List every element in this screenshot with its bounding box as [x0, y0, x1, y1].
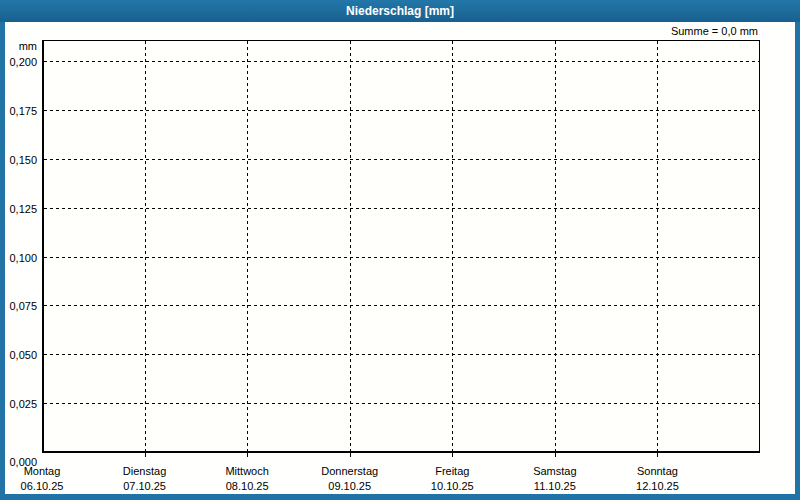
- y-tick-label: 0,200: [0, 56, 37, 68]
- x-tick-mark: [452, 453, 453, 457]
- h-gridline: [44, 208, 759, 209]
- h-gridline: [44, 61, 759, 62]
- y-axis-unit-label: mm: [0, 40, 37, 52]
- chart-window: Niederschlag [mm] Summe = 0,0 mm mm 0,00…: [0, 0, 800, 500]
- window-frame-right: [795, 22, 800, 500]
- window-frame-bottom: [0, 494, 800, 500]
- x-tick-mark: [247, 453, 248, 457]
- x-day-label: Montag: [24, 465, 61, 477]
- x-day-label: Samstag: [533, 465, 576, 477]
- y-tick-label: 0,050: [0, 349, 37, 361]
- y-tick-label: 0,075: [0, 300, 37, 312]
- v-gridline: [555, 41, 556, 451]
- v-gridline: [145, 41, 146, 451]
- x-day-label: Dienstag: [123, 465, 166, 477]
- plot-area: [42, 40, 760, 453]
- x-tick-mark: [145, 453, 146, 457]
- x-date-label: 06.10.25: [21, 480, 64, 492]
- x-tick-mark: [555, 453, 556, 457]
- y-tick-label: 0,125: [0, 203, 37, 215]
- h-gridline: [44, 257, 759, 258]
- window-titlebar: Niederschlag [mm]: [0, 0, 800, 22]
- x-day-label: Sonntag: [637, 465, 678, 477]
- window-title: Niederschlag [mm]: [0, 0, 800, 22]
- v-gridline: [657, 41, 658, 451]
- x-date-label: 11.10.25: [534, 480, 576, 492]
- x-date-label: 09.10.25: [328, 480, 371, 492]
- x-tick-mark: [657, 453, 658, 457]
- y-tick-label: 0,100: [0, 252, 37, 264]
- h-gridline: [44, 159, 759, 160]
- x-day-label: Donnerstag: [321, 465, 378, 477]
- y-tick-label: 0,175: [0, 105, 37, 117]
- h-gridline: [44, 354, 759, 355]
- y-tick-label: 0,150: [0, 154, 37, 166]
- x-tick-mark: [350, 453, 351, 457]
- x-date-label: 10.10.25: [431, 480, 474, 492]
- x-date-label: 07.10.25: [123, 480, 166, 492]
- v-gridline: [452, 41, 453, 451]
- h-gridline: [44, 110, 759, 111]
- v-gridline: [350, 41, 351, 451]
- h-gridline: [44, 403, 759, 404]
- x-day-label: Mittwoch: [225, 465, 268, 477]
- sum-annotation: Summe = 0,0 mm: [671, 25, 758, 37]
- x-day-label: Freitag: [435, 465, 469, 477]
- x-date-label: 08.10.25: [226, 480, 269, 492]
- h-gridline: [44, 305, 759, 306]
- v-gridline: [247, 41, 248, 451]
- x-date-label: 12.10.25: [636, 480, 679, 492]
- y-tick-label: 0,025: [0, 398, 37, 410]
